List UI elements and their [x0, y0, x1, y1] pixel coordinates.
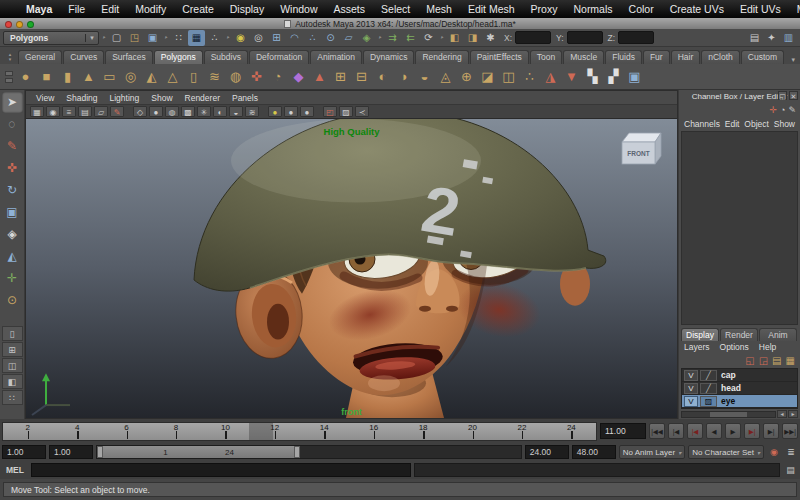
- play-backward-button[interactable]: ◀: [706, 423, 722, 439]
- channel-list-empty-area[interactable]: [681, 131, 798, 325]
- poly-cylinder-icon[interactable]: ▮: [57, 66, 78, 87]
- scrollbar-track[interactable]: [681, 411, 776, 418]
- menu-mesh[interactable]: Mesh: [418, 3, 460, 15]
- lock-camera-icon[interactable]: ◉: [46, 106, 60, 117]
- menu-color[interactable]: Color: [621, 3, 662, 15]
- render-current-frame-icon[interactable]: ◧: [446, 30, 463, 46]
- bevel-icon[interactable]: ◪: [477, 66, 498, 87]
- layout-single-pane-button[interactable]: ▯: [2, 326, 23, 341]
- menu-create-uvs[interactable]: Create UVs: [662, 3, 732, 15]
- new-layer-from-selected-icon[interactable]: ▦: [786, 355, 795, 366]
- mel-input-field[interactable]: [31, 463, 411, 477]
- save-scene-icon[interactable]: ▣: [144, 30, 161, 46]
- menu-edit[interactable]: Edit: [93, 3, 127, 15]
- viewport-canvas[interactable]: 2 High Quali: [26, 119, 677, 418]
- snap-view-plane-icon[interactable]: ▱: [340, 30, 357, 46]
- go-to-start-button[interactable]: |◀◀: [649, 423, 665, 439]
- le-menu-layers[interactable]: Layers: [684, 342, 710, 352]
- shelf-tab-hair[interactable]: Hair: [671, 50, 701, 64]
- append-polygon-icon[interactable]: ⊕: [456, 66, 477, 87]
- layout-four-pane-button[interactable]: ⊞: [2, 342, 23, 357]
- share-view-icon[interactable]: ≺: [355, 106, 369, 117]
- poly-soccer-ball-icon[interactable]: ◍: [225, 66, 246, 87]
- vp-menu-lighting[interactable]: Lighting: [109, 93, 139, 103]
- image-plane-icon[interactable]: ▱: [94, 106, 108, 117]
- shelf-tab-general[interactable]: General: [18, 50, 62, 64]
- shelf-tab-dynamics[interactable]: Dynamics: [363, 50, 414, 64]
- dock-panel-icon[interactable]: ◱: [778, 91, 787, 100]
- layer-visibility-toggle[interactable]: V: [684, 396, 698, 407]
- poly-pipe-icon[interactable]: ▯: [183, 66, 204, 87]
- poly-sphere-icon[interactable]: ●: [15, 66, 36, 87]
- layout-more-button[interactable]: ∷: [2, 390, 23, 405]
- shelf-tab-toon[interactable]: Toon: [530, 50, 562, 64]
- use-all-lights-icon[interactable]: ✳: [197, 106, 211, 117]
- step-forward-key-button[interactable]: ▶|: [763, 423, 779, 439]
- menu-edit-mesh[interactable]: Edit Mesh: [460, 3, 523, 15]
- new-scene-icon[interactable]: ▢: [108, 30, 125, 46]
- layer-transfer-icon[interactable]: ◲: [759, 355, 768, 366]
- layer-color-swatch[interactable]: ╱: [700, 383, 717, 394]
- wireframe-on-shaded-icon[interactable]: ◍: [165, 106, 179, 117]
- anim-layer-dropdown[interactable]: No Anim Layer ▾: [619, 445, 685, 459]
- boolean-intersection-icon[interactable]: ◒: [414, 66, 435, 87]
- layer-row-cap[interactable]: V ╱ cap: [682, 369, 797, 382]
- script-editor-icon[interactable]: ▤: [783, 463, 798, 477]
- shadows-mode-icon[interactable]: ◐: [213, 106, 227, 117]
- divider-icon[interactable]: ‣: [376, 34, 383, 42]
- menu-normals[interactable]: Normals: [565, 3, 620, 15]
- sculpt-geometry-tool-icon[interactable]: ✜: [246, 66, 267, 87]
- shelf-tab-custom[interactable]: Custom: [741, 50, 784, 64]
- cb-menu-object[interactable]: Object: [744, 119, 769, 129]
- smooth-icon[interactable]: ◔: [267, 66, 288, 87]
- shelf-tab-surfaces[interactable]: Surfaces: [105, 50, 153, 64]
- shelf-overflow-icon[interactable]: ▾: [788, 56, 798, 64]
- le-menu-options[interactable]: Options: [720, 342, 749, 352]
- wireframe-mode-icon[interactable]: ◇: [133, 106, 147, 117]
- default-light-icon[interactable]: ●: [268, 106, 282, 117]
- le-menu-help[interactable]: Help: [759, 342, 776, 352]
- rotate-tool-button[interactable]: ↻: [2, 180, 23, 201]
- select-tool-button[interactable]: ➤: [2, 92, 23, 113]
- shelf-tab-fur[interactable]: Fur: [643, 50, 670, 64]
- channel-box-toggle-icon[interactable]: ▥: [780, 30, 797, 46]
- poly-cube-icon[interactable]: ■: [36, 66, 57, 87]
- shelf-tab-subdivs[interactable]: Subdivs: [204, 50, 248, 64]
- cb-menu-show[interactable]: Show: [774, 119, 795, 129]
- layer-visibility-toggle[interactable]: V: [684, 370, 698, 381]
- uv-planar-mapping-icon[interactable]: ▚: [582, 66, 603, 87]
- shelf-tab-muscle[interactable]: Muscle: [563, 50, 604, 64]
- menu-display[interactable]: Display: [222, 3, 272, 15]
- platonic-solid-icon[interactable]: ◆: [288, 66, 309, 87]
- menu-modify[interactable]: Modify: [127, 3, 174, 15]
- layer-tab-display[interactable]: Display: [681, 328, 719, 341]
- layer-color-swatch[interactable]: ╱: [700, 370, 717, 381]
- move-tool-button[interactable]: ✜: [2, 158, 23, 179]
- vp-menu-view[interactable]: View: [36, 93, 54, 103]
- select-camera-icon[interactable]: ▦: [30, 106, 44, 117]
- poly-torus-icon[interactable]: ◎: [120, 66, 141, 87]
- menu-set-selector[interactable]: Polygons ▾: [3, 31, 99, 45]
- boolean-union-icon[interactable]: ◐: [372, 66, 393, 87]
- minimize-window-button[interactable]: [16, 21, 23, 28]
- cb-menu-channels[interactable]: Channels: [684, 119, 720, 129]
- textured-mode-icon[interactable]: ▩: [181, 106, 195, 117]
- shelf-tab-deformation[interactable]: Deformation: [249, 50, 309, 64]
- shelf-tab-curves[interactable]: Curves: [63, 50, 104, 64]
- range-slider-handle[interactable]: 1 24: [97, 446, 300, 458]
- shelf-tab-ncloth[interactable]: nCloth: [701, 50, 740, 64]
- divider-icon[interactable]: ‣: [162, 34, 169, 42]
- viewport-3d-scene[interactable]: 2: [26, 119, 677, 418]
- close-panel-icon[interactable]: ✕: [789, 91, 798, 100]
- poly-plane-icon[interactable]: ▭: [99, 66, 120, 87]
- timeline-ruler[interactable]: 2 4 6 8 10 12 14 16 18 20 22 24: [2, 422, 597, 441]
- anim-start-field[interactable]: 1.00: [2, 445, 46, 459]
- vp-menu-show[interactable]: Show: [151, 93, 172, 103]
- output-from-selected-icon[interactable]: ⇇: [402, 30, 419, 46]
- step-forward-frame-button[interactable]: ▶|: [744, 423, 760, 439]
- snap-point-icon[interactable]: ∴: [304, 30, 321, 46]
- shelf-tab-painteffects[interactable]: PaintEffects: [470, 50, 529, 64]
- split-polygon-tool-icon[interactable]: ◬: [435, 66, 456, 87]
- go-to-end-button[interactable]: ▶▶|: [782, 423, 798, 439]
- input-to-selected-icon[interactable]: ⇉: [384, 30, 401, 46]
